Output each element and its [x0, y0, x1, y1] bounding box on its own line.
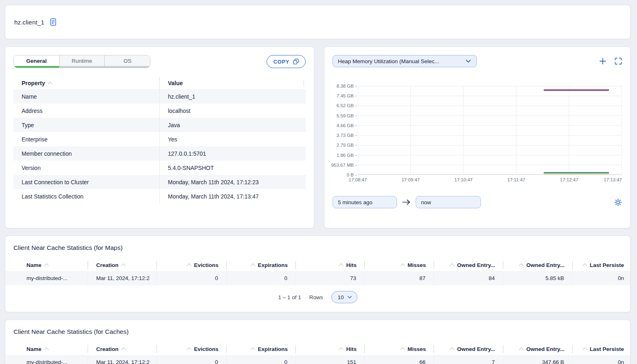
column-header-name[interactable]: Name: [18, 259, 88, 271]
column-header-last-persiste[interactable]: Last Persiste: [573, 343, 630, 355]
tab-os[interactable]: OS: [104, 55, 150, 68]
cell-expirations: 0: [227, 355, 296, 364]
tab-label: OS: [123, 58, 132, 64]
y-axis-tick-label: 1.86 GB: [337, 153, 354, 158]
property-cell: Type: [13, 118, 159, 132]
value-cell: Monday, March 11th 2024, 17:13:47: [159, 189, 306, 203]
value-cell: 127.0.0.1:5701: [159, 146, 306, 161]
column-header-owned-entry[interactable]: Owned Entry...: [434, 343, 503, 355]
y-axis-tick: [355, 145, 357, 146]
column-header-hits[interactable]: Hits: [296, 259, 365, 271]
tab-general[interactable]: General: [14, 55, 59, 68]
column-header-label: Creation: [96, 346, 119, 352]
sort-caret-icon: [400, 347, 405, 352]
cell-creation: Mar 11, 2024, 17:12:2: [88, 271, 157, 285]
section-title: Client Near Cache Statistics (for Caches…: [13, 328, 630, 335]
cell-evictions: 0: [157, 271, 227, 285]
y-axis-tick: [355, 155, 357, 156]
cell-owned-entry: 347.66 B: [503, 355, 573, 364]
sort-caret-icon: [519, 263, 524, 268]
x-axis-tick-label: 17:08:47: [349, 177, 367, 182]
tab-label: General: [26, 58, 46, 64]
sort-caret-icon: [187, 347, 191, 352]
time-to-input[interactable]: [416, 196, 481, 208]
column-header-label: Last Persiste: [590, 262, 624, 268]
column-header-label: Evictions: [194, 262, 218, 268]
y-axis-tick-label: 5.59 GB: [337, 113, 354, 118]
table-row: Addresslocalhost: [13, 104, 306, 118]
client-header-card: hz.client_1: [5, 5, 630, 39]
column-header-label: Misses: [408, 262, 426, 268]
page: hz.client_1 General Runtime OS: [0, 0, 637, 364]
caches-table: NameCreationEvictionsExpirationsHitsMiss…: [5, 343, 630, 364]
copy-button-label: COPY: [273, 59, 289, 65]
column-header-evictions[interactable]: Evictions: [157, 343, 227, 355]
y-axis-labels: 8.38 GB7.45 GB6.52 GB5.59 GB4.66 GB3.73 …: [333, 86, 358, 175]
column-header-property[interactable]: Property: [13, 80, 159, 86]
fullscreen-icon[interactable]: [615, 57, 622, 65]
column-header-hits[interactable]: Hits: [296, 343, 365, 355]
column-header-evictions[interactable]: Evictions: [157, 259, 227, 271]
y-axis-tick-label: 8.38 GB: [337, 84, 354, 88]
sort-caret-icon: [48, 82, 52, 86]
rows-per-page-select[interactable]: 10: [331, 291, 357, 303]
sort-caret-icon: [121, 263, 126, 268]
table-row: my-distributed-...Mar 11, 2024, 17:12:20…: [5, 271, 630, 285]
column-header-label: Owned Entry...: [526, 346, 564, 352]
near-cache-caches-card: Client Near Cache Statistics (for Caches…: [5, 320, 630, 364]
table-row: Member connection127.0.0.1:5701: [13, 146, 306, 161]
copy-button[interactable]: COPY: [267, 55, 306, 68]
property-cell: Last Connection to Cluster: [13, 175, 159, 189]
cell-creation: Mar 11, 2024, 17:12:2: [88, 355, 157, 364]
column-header-creation[interactable]: Creation: [88, 343, 157, 355]
time-from-input[interactable]: [333, 196, 397, 208]
sort-caret-icon: [582, 347, 587, 352]
table-row: TypeJava: [13, 118, 306, 132]
property-table-header: Property Value: [13, 77, 306, 89]
maps-table: NameCreationEvictionsExpirationsHitsMiss…: [5, 259, 630, 285]
y-axis-tick-label: 3.73 GB: [337, 133, 354, 138]
rows-per-page-label: Rows: [309, 294, 323, 300]
table-row: Last Connection to ClusterMonday, March …: [13, 175, 306, 189]
x-axis-tick-label: 17:10:47: [454, 177, 473, 182]
column-header-owned-entry[interactable]: Owned Entry...: [503, 259, 573, 271]
column-header-name[interactable]: Name: [18, 343, 88, 355]
chevron-down-icon: [347, 294, 353, 300]
column-header-creation[interactable]: Creation: [88, 259, 157, 271]
table-row: my-distributed-...Mar 11, 2024, 17:12:20…: [5, 355, 630, 364]
details-tabs: General Runtime OS: [13, 55, 150, 68]
cell-hits: 73: [296, 271, 365, 285]
column-header-label: Creation: [96, 262, 119, 268]
gear-icon[interactable]: [614, 199, 622, 206]
metric-select[interactable]: Heap Memory Utilization (Manual Selec...: [333, 55, 477, 67]
copy-icon: [293, 59, 299, 64]
table-row: Namehz.client_1: [13, 89, 306, 104]
sort-caret-icon: [582, 263, 587, 268]
maps-table-body: my-distributed-...Mar 11, 2024, 17:12:20…: [5, 271, 630, 285]
column-header-owned-entry[interactable]: Owned Entry...: [434, 259, 503, 271]
column-header-label: Value: [168, 80, 183, 86]
column-header-misses[interactable]: Misses: [365, 259, 434, 271]
tab-runtime[interactable]: Runtime: [59, 55, 105, 68]
value-cell: Yes: [159, 132, 306, 146]
cell-last-persiste: 0n: [573, 355, 630, 364]
column-header-label: Owned Entry...: [526, 262, 564, 268]
property-cell: Member connection: [13, 146, 159, 161]
column-header-last-persiste[interactable]: Last Persiste: [573, 259, 630, 271]
heap-chart-card: Heap Memory Utilization (Manual Selec...: [324, 46, 630, 228]
tab-label: Runtime: [72, 58, 92, 64]
column-header-misses[interactable]: Misses: [365, 343, 434, 355]
column-header-expirations[interactable]: Expirations: [227, 259, 296, 271]
table-row: Version5.4.0-SNAPSHOT: [13, 161, 306, 175]
column-header-owned-entry[interactable]: Owned Entry...: [503, 343, 573, 355]
column-header-value[interactable]: Value: [159, 77, 306, 89]
add-chart-icon[interactable]: [599, 57, 606, 65]
column-header-label: Hits: [346, 346, 357, 352]
y-axis-tick: [355, 126, 357, 126]
value-cell: Java: [159, 118, 306, 132]
property-cell: Address: [13, 104, 159, 118]
pagination-range: 1 – 1 of 1: [278, 294, 301, 300]
document-icon[interactable]: [49, 18, 57, 26]
section-title: Client Near Cache Statistics (for Maps): [13, 244, 630, 251]
column-header-expirations[interactable]: Expirations: [227, 343, 296, 355]
